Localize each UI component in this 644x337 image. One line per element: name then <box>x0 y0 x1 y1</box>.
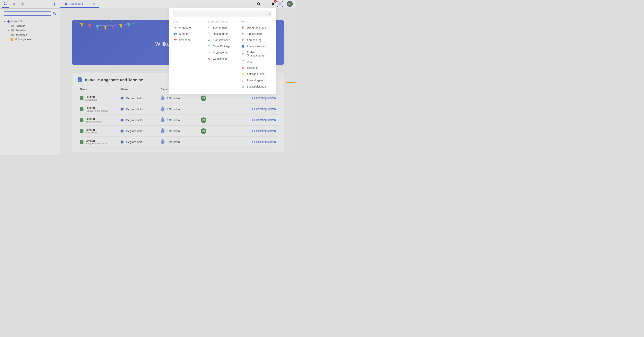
app-label: Zusatzfragen <box>247 79 263 82</box>
app-item-e-mail-postausgang-[interactable]: ✉E-Mail (Postausgang) <box>240 49 272 58</box>
tree-leaf-item[interactable]: Multiangebote <box>0 37 60 42</box>
tree-child-item[interactable]: ▸ Französisch <box>0 28 60 33</box>
app-item-kalender[interactable]: 📅Kalender <box>173 37 205 43</box>
row-subtitle: Aufbaukurs <box>86 98 97 101</box>
app-label: Einstellungen <box>247 32 263 35</box>
ticketing-start-link[interactable]: Ticketing starten <box>252 96 276 100</box>
calendar-star-icon <box>78 78 82 82</box>
app-icon: 📍 <box>242 60 245 63</box>
ticketing-start-link[interactable]: Ticketing starten <box>252 118 276 121</box>
svg-marker-28 <box>119 24 122 29</box>
app-icon: ☰ <box>207 44 211 48</box>
svg-point-31 <box>94 21 94 22</box>
row-duration: 2 Stunden <box>166 129 180 133</box>
action-label: Ticketing starten <box>256 96 276 100</box>
svg-point-33 <box>123 20 124 21</box>
svg-marker-29 <box>127 23 130 27</box>
search-icon[interactable] <box>53 12 56 15</box>
app-item-angebote[interactable]: ▣Angebote <box>173 24 205 31</box>
row-status: Beginnt bald <box>126 96 142 100</box>
close-icon[interactable]: ✕ <box>93 2 95 5</box>
panel-title: Aktuelle Angebote und Termine <box>85 78 143 82</box>
tag-icon <box>10 38 13 41</box>
app-item-anfrage-listen[interactable]: ✨Anfrage-Listen <box>240 71 272 77</box>
svg-rect-17 <box>278 3 279 4</box>
table-row[interactable]: Lektion Fortgeschrittenenkurs Beginnt ba… <box>78 104 278 115</box>
app-item-gutscheine[interactable]: ✿Gutscheine <box>206 56 238 62</box>
svg-rect-2 <box>4 4 5 5</box>
tree-label: Englisch <box>16 24 25 27</box>
add-button[interactable] <box>263 1 269 7</box>
app-label: Rechnungen <box>213 32 228 35</box>
calendar-icon <box>80 118 84 122</box>
app-item-rechnungen[interactable]: 📄Rechnungen <box>206 31 238 37</box>
col-status: Status <box>120 88 161 91</box>
app-item-einstellungen[interactable]: ⚙Einstellungen <box>240 31 272 37</box>
tree-label: SprachCB <box>11 20 22 23</box>
stopwatch-icon <box>161 118 164 122</box>
app-label: Gutscheine <box>213 57 227 60</box>
notifications-button[interactable] <box>270 1 276 7</box>
row-title: Lektion <box>86 139 108 142</box>
qr-icon <box>252 119 255 121</box>
col-name: Name <box>80 88 120 91</box>
stopwatch-icon <box>161 129 164 133</box>
app-item-zusatzfragen[interactable]: 💬Zusatzfragen <box>240 77 272 83</box>
app-item-kunden[interactable]: 👥Kunden <box>173 31 205 37</box>
app-item-abrechnung[interactable]: ⊞Abrechnung <box>240 37 272 43</box>
table-row[interactable]: Lektion Grundlagenkurs Beginnt bald 2 St… <box>78 115 278 126</box>
svg-rect-19 <box>280 3 281 4</box>
status-dot-icon <box>120 118 124 122</box>
app-label: Transaktionen <box>213 38 230 42</box>
tree-child-item[interactable]: ▸ Englisch <box>0 24 60 28</box>
apps-menu-button[interactable] <box>277 1 283 7</box>
table-row[interactable]: Lektion Fortgeschrittenenkurs Beginnt ba… <box>78 137 278 147</box>
apps-heading: ANDERE <box>240 20 272 23</box>
app-item-buchungen[interactable]: ▭Buchungen <box>206 24 238 31</box>
ticketing-start-link[interactable]: Ticketing starten <box>252 129 276 132</box>
app-item-zusatzleistungen[interactable]: 🖨Zusatzleistungen <box>240 83 272 90</box>
tree-view-icon[interactable] <box>2 1 9 8</box>
status-dot-icon <box>120 96 124 100</box>
trash-icon[interactable] <box>19 1 26 8</box>
app-item-camt-eintr-ge[interactable]: ☰Camt Einträge <box>206 43 238 49</box>
app-label: Kalender <box>179 38 190 42</box>
apps-search[interactable] <box>173 11 272 17</box>
svg-rect-1 <box>6 3 7 3</box>
app-item-transaktionen[interactable]: ⇄Transaktionen <box>206 37 238 43</box>
tab-dashboard[interactable]: Dashboard ✕ <box>60 0 99 8</box>
app-label: Buchungen <box>213 26 227 29</box>
svg-point-32 <box>111 20 112 21</box>
table-row[interactable]: Lektion Aufbaukurs Beginnt bald 2 Stunde… <box>78 93 278 104</box>
sidebar-search-input[interactable] <box>4 11 52 16</box>
home-icon[interactable] <box>51 1 58 8</box>
svg-rect-4 <box>13 3 16 4</box>
app-label: Angebote <box>179 26 191 29</box>
svg-marker-27 <box>112 25 114 29</box>
chevron-right-icon: ▸ <box>8 29 10 31</box>
ticketing-start-link[interactable]: Ticketing starten <box>252 140 276 143</box>
sidebar-tree: ▾ SprachCB ▸ Englisch ▸ Französisch ▸ It… <box>0 18 60 42</box>
topbar-actions: CB <box>256 0 296 8</box>
svg-rect-3 <box>6 4 7 5</box>
app-label: Camt Einträge <box>213 45 230 48</box>
app-item-orte[interactable]: 📍Orte <box>240 58 272 65</box>
ticketing-start-link[interactable]: Ticketing starten <box>252 107 276 111</box>
app-label: E-Mail (Postausgang) <box>247 51 272 57</box>
app-item-design-manager[interactable]: 🎨Design Manager <box>240 24 272 31</box>
global-search-button[interactable] <box>256 1 262 7</box>
table-row[interactable]: Lektion Aufbaukurs Beginnt bald 2 Stunde… <box>78 126 278 137</box>
apps-heading: RECHNUNGSWESEN <box>206 20 238 23</box>
archive-icon[interactable] <box>10 1 18 8</box>
app-label: Abrechnung <box>247 38 262 42</box>
user-avatar[interactable]: CB <box>287 1 293 7</box>
app-item-promotionen[interactable]: $Promotionen <box>206 49 238 56</box>
app-item-ticketing[interactable]: ▦Ticketing <box>240 65 272 71</box>
svg-rect-21 <box>280 4 280 5</box>
app-icon: ⊞ <box>242 38 245 42</box>
participant-avatar: JM <box>201 95 206 101</box>
tree-root-item[interactable]: ▾ SprachCB <box>0 19 60 24</box>
svg-rect-6 <box>22 3 24 4</box>
app-item-administratoren[interactable]: 👤Administratoren <box>240 43 272 49</box>
tree-child-item[interactable]: ▸ Italienisch <box>0 33 60 37</box>
